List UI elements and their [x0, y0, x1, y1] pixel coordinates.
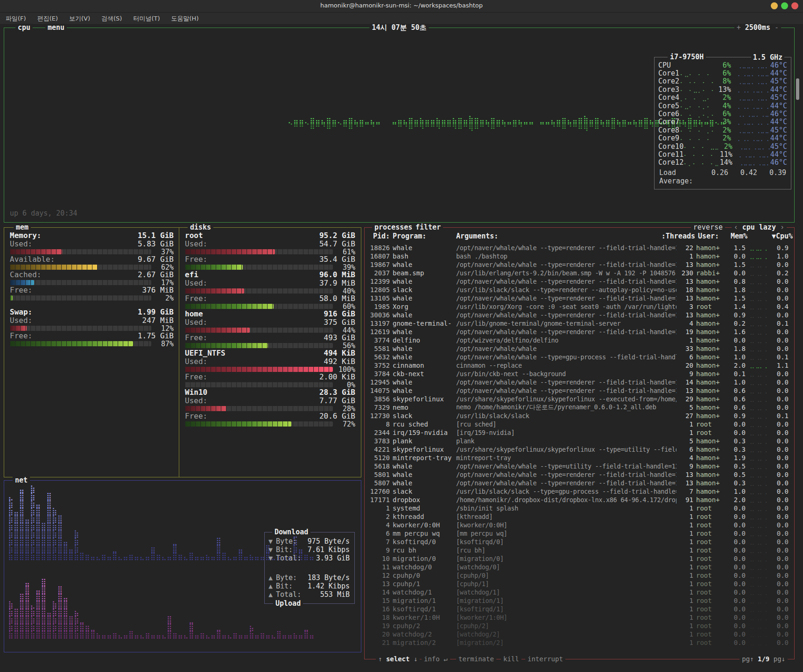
- process-row[interactable]: 12805slack/usr/lib/slack/slack --type=re…: [365, 286, 792, 294]
- core-temp-value: 46°C: [770, 110, 787, 118]
- disk-stat-row: Used:375 GiB: [185, 318, 355, 327]
- process-row[interactable]: 6mm_percpu_wq[mm_percpu_wq]1root0.0⢀⡀⢀⡀⢀…: [365, 529, 792, 538]
- core-usage-pct: 2%: [716, 93, 731, 102]
- process-row[interactable]: 12730slack/usr/lib/slack/slack27hamon+0.…: [365, 412, 792, 420]
- core-name: Core5: [658, 102, 680, 110]
- mem-meter: 2%: [10, 294, 174, 301]
- user-column-header: User:: [698, 232, 727, 240]
- process-row[interactable]: 12619whale/opt/naver/whale/whale --type=…: [365, 328, 792, 336]
- process-row[interactable]: 21migration/2[migration/2]1root0.0⢀⡀⢀⡀⢀0…: [365, 638, 792, 647]
- sort-control: ‹ cpu lazy ›: [732, 224, 787, 231]
- process-row[interactable]: 5801whale/opt/naver/whale/whale --type=r…: [365, 470, 792, 479]
- process-row[interactable]: 3752cinnamoncinnamon --replace20hamon+2.…: [365, 361, 792, 370]
- menu-item-4[interactable]: 터미널(T): [133, 14, 160, 23]
- sort-prev-button[interactable]: ‹: [734, 223, 738, 231]
- maximize-button[interactable]: [781, 2, 788, 9]
- menu-item-5[interactable]: 도움말(H): [171, 14, 199, 23]
- disk-meter: 0%: [185, 381, 355, 388]
- filter-button[interactable]: filter: [413, 224, 443, 231]
- process-row[interactable]: 12cpuhp/0[cpuhp/0]1root0.0⢀⡀⢀⡀⢀0.0: [365, 571, 792, 580]
- process-row[interactable]: 7ksoftirqd/0[ksoftirqd/0]1root0.0⢀⡀⢀⡀⢀0.…: [365, 538, 792, 546]
- process-row[interactable]: 2037beam.smp/usr/lib/erlang/erts-9.2/bin…: [365, 269, 792, 277]
- process-row[interactable]: 7329nemonemo /home/hamonikr/다운로드/pyrenam…: [365, 403, 792, 412]
- core-usage-graph: ⠄⣀⠄⠀⠄⠀⠄⠀⠄⠀⠂⠄: [680, 70, 716, 77]
- process-row[interactable]: 15migration/1[migration/1]1root0.0⢀⡀⢀⡀⢀0…: [365, 596, 792, 605]
- menu-item-3[interactable]: 검색(S): [101, 14, 122, 23]
- menu-item-1[interactable]: 편집(E): [37, 14, 58, 23]
- close-button[interactable]: [791, 2, 798, 9]
- page-up-button[interactable]: pg↑: [742, 655, 754, 663]
- disk-meter: 44%: [185, 327, 355, 334]
- process-row[interactable]: 4221skypeforlinux/usr/share/skypeforlinu…: [365, 445, 792, 454]
- minimize-button[interactable]: [771, 2, 778, 9]
- meter-track: [185, 265, 333, 270]
- process-row[interactable]: 3774delfino/opt/wizvera/delfino/delfino1…: [365, 336, 792, 344]
- interval-plus-button[interactable]: +: [737, 23, 741, 32]
- core-usage-pct: 2%: [716, 126, 731, 134]
- process-row[interactable]: 3783plankplank5hamon+0.3⢀⡀⢀⡀⢀0.0: [365, 437, 792, 445]
- terminate-button[interactable]: terminate: [456, 655, 496, 663]
- process-table: 18826whale/opt/naver/whale/whale --type=…: [365, 244, 792, 649]
- process-row[interactable]: 5618whale/opt/naver/whale/whale --type=u…: [365, 462, 792, 470]
- core-temp-graph: ⢀⡀⢀⣀⡀⢀⣀⡀⢀⣀: [731, 111, 770, 117]
- interval-control[interactable]: + 2500ms -: [734, 24, 781, 32]
- process-row[interactable]: 4kworker/0:0H[kworker/0:0H]1root0.0⢀⡀⢀⡀⢀…: [365, 521, 792, 529]
- process-row[interactable]: 9rcu_bh[rcu_bh]1root0.0⢀⡀⢀⡀⢀0.0: [365, 546, 792, 554]
- process-row[interactable]: 17171dropbox/home/hamonikr/.dropbox-dist…: [365, 496, 792, 504]
- interrupt-button[interactable]: interrupt: [525, 655, 565, 663]
- process-row[interactable]: 19867whale/opt/naver/whale/whale --type=…: [365, 260, 792, 269]
- process-row[interactable]: 5581whale/opt/naver/whale/whale33hamon+1…: [365, 344, 792, 353]
- page-down-button[interactable]: pg↓: [774, 655, 785, 663]
- process-row[interactable]: 3784ckb-next/usr/bin/ckb-next --backgrou…: [365, 370, 792, 378]
- core-name: Core4: [658, 93, 680, 102]
- sort-next-button[interactable]: ›: [780, 223, 784, 231]
- process-row[interactable]: 5120mintreport-traymintreport-tray4hamon…: [365, 454, 792, 462]
- process-row[interactable]: 14075whale/opt/naver/whale/whale --type=…: [365, 386, 792, 395]
- pid-column-header: Pid:: [368, 232, 390, 240]
- select-button[interactable]: ↑ select ↓: [376, 655, 420, 663]
- kill-button[interactable]: kill: [501, 655, 521, 663]
- process-row[interactable]: 1systemd/sbin/init splash1root0.0⢀⡀⢀⡀⢀0.…: [365, 504, 792, 512]
- cpu-column-header[interactable]: ▼Cpu%: [772, 232, 790, 240]
- process-row[interactable]: 19cpuhp/2[cpuhp/2]1root0.0⢀⡀⢀⡀⢀0.0: [365, 622, 792, 630]
- menu-item-0[interactable]: 파일(F): [6, 14, 26, 23]
- process-row[interactable]: 18kworker/1:0H[kworker/1:0H]1root0.0⢀⡀⢀⡀…: [365, 613, 792, 622]
- process-row[interactable]: 3856skypeforlinux/usr/share/skypeforlinu…: [365, 395, 792, 403]
- process-row[interactable]: 18826whale/opt/naver/whale/whale --type=…: [365, 244, 792, 252]
- interval-minus-button[interactable]: -: [775, 23, 779, 32]
- process-row[interactable]: 12760slack/usr/lib/slack/slack --type=gp…: [365, 487, 792, 496]
- process-row[interactable]: 13197gnome-terminal-/usr/lib/gnome-termi…: [365, 319, 792, 328]
- process-row[interactable]: 2344irq/159-nvidia[irq/159-nvidia]1root0…: [365, 428, 792, 437]
- core-usage-pct: 8%: [716, 77, 731, 85]
- process-row[interactable]: 1985Xorg/usr/lib/xorg/Xorg -core :0 -sea…: [365, 302, 792, 311]
- terminal-scrollbar[interactable]: [796, 78, 799, 100]
- load-average-value: 0.39: [769, 168, 786, 185]
- mem-stat-row: Available:9.67 GiB: [10, 255, 174, 264]
- menu-item-2[interactable]: 보기(V): [69, 14, 90, 23]
- mem-stat-row: Used:5.83 GiB: [10, 240, 174, 248]
- reverse-button[interactable]: reverse: [691, 224, 725, 231]
- process-row[interactable]: 5807whale/opt/naver/whale/whale --type=r…: [365, 479, 792, 487]
- process-row[interactable]: 12399whale/opt/naver/whale/whale --type=…: [365, 277, 792, 286]
- info-button[interactable]: info ↵: [422, 655, 450, 663]
- process-row[interactable]: 14watchdog/1[watchdog/1]1root0.0⢀⡀⢀⡀⢀0.0: [365, 588, 792, 596]
- process-row[interactable]: 12945whale/opt/naver/whale/whale --type=…: [365, 378, 792, 386]
- process-row[interactable]: 16807bashbash ./bashtop1hamon+0.0⢀⡀⣀⡀⢀1.…: [365, 252, 792, 260]
- process-row[interactable]: 11watchdog/0[watchdog/0]1root0.0⢀⡀⢀⡀⢀0.0: [365, 563, 792, 571]
- load-average-label: Load Average:: [659, 168, 699, 185]
- core-temp-graph: ⡀⢀⡀⢀⣀⡀⢀⣀⡀⢀: [731, 135, 770, 141]
- process-row[interactable]: 13105whale/opt/naver/whale/whale --type=…: [365, 294, 792, 302]
- process-row[interactable]: 2kthreadd[kthreadd]1root0.0⢀⡀⢀⡀⢀0.0: [365, 512, 792, 521]
- process-row[interactable]: 13cpuhp/1[cpuhp/1]1root0.0⢀⡀⢀⡀⢀0.0: [365, 580, 792, 588]
- process-row[interactable]: 16ksoftirqd/1[ksoftirqd/1]1root0.0⢀⡀⢀⡀⢀0…: [365, 605, 792, 613]
- menu-button[interactable]: menu: [45, 24, 67, 32]
- core-usage-graph: ⠄⠀⠄⠀⠄⠀⣀⣀⡀⠄⠀⠄: [683, 143, 718, 150]
- process-row[interactable]: 5632whale/opt/naver/whale/whale --type=g…: [365, 353, 792, 361]
- process-row[interactable]: 20watchdog/2[watchdog/2]1root0.0⢀⡀⢀⡀⢀0.0: [365, 630, 792, 638]
- process-row[interactable]: 10migration/0[migration/0]1root0.0⢀⡀⢀⡀⢀0…: [365, 554, 792, 563]
- mem-meter: 87%: [10, 340, 174, 347]
- core-temp-value: 46°C: [770, 158, 787, 167]
- process-row[interactable]: 8rcu_sched[rcu_sched]1root0.0⢀⡀⢀⡀⢀0.0: [365, 420, 792, 428]
- core-usage-graph: ⠄⡀⠄⠀⠄⠀⠄⣀⡀⠄⠄⠀: [683, 159, 718, 166]
- process-row[interactable]: 30036whale/opt/naver/whale/whale --type=…: [365, 311, 792, 319]
